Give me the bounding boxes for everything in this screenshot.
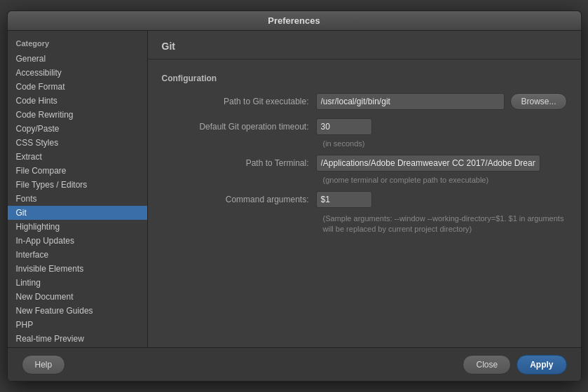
- sidebar-item-invisible-elements[interactable]: Invisible Elements: [8, 262, 147, 276]
- title-bar: Preferences: [8, 11, 581, 31]
- sidebar-items: GeneralAccessibilityCode FormatCode Hint…: [8, 52, 147, 347]
- dialog-body: Category GeneralAccessibilityCode Format…: [8, 31, 581, 347]
- sidebar-item-git[interactable]: Git: [8, 206, 147, 220]
- close-button[interactable]: Close: [463, 355, 511, 374]
- section-label: Configuration: [162, 74, 567, 83]
- main-content: Git Configuration Path to Git executable…: [148, 31, 581, 347]
- terminal-hint: (gnome terminal or complete path to exec…: [323, 176, 567, 184]
- sidebar-item-code-format[interactable]: Code Format: [8, 80, 147, 94]
- sidebar-item-php[interactable]: PHP: [8, 318, 147, 332]
- footer-right: Close Apply: [463, 355, 566, 374]
- sidebar-item-file-types-editors[interactable]: File Types / Editors: [8, 178, 147, 192]
- sidebar: Category GeneralAccessibilityCode Format…: [8, 31, 148, 347]
- sidebar-item-fonts[interactable]: Fonts: [8, 192, 147, 206]
- args-hint: (Sample arguments: --window --working-di…: [323, 214, 567, 235]
- sidebar-item-css-styles[interactable]: CSS Styles: [8, 136, 147, 150]
- sidebar-item-accessibility[interactable]: Accessibility: [8, 66, 147, 80]
- git-executable-row: Path to Git executable: Browse...: [162, 93, 567, 110]
- sidebar-item-in-app-updates[interactable]: In-App Updates: [8, 234, 147, 248]
- footer-left: Help: [22, 355, 66, 374]
- sidebar-item-real-time-preview[interactable]: Real-time Preview: [8, 332, 147, 346]
- args-input[interactable]: [316, 191, 372, 208]
- content-area: Configuration Path to Git executable: Br…: [148, 59, 581, 347]
- git-executable-input[interactable]: [316, 93, 505, 110]
- help-button[interactable]: Help: [22, 355, 66, 374]
- sidebar-header: Category: [8, 36, 147, 52]
- dialog-footer: Help Close Apply: [8, 347, 581, 381]
- sidebar-item-new-document[interactable]: New Document: [8, 290, 147, 304]
- args-row: Command arguments:: [162, 191, 567, 208]
- sidebar-item-code-rewriting[interactable]: Code Rewriting: [8, 108, 147, 122]
- terminal-input[interactable]: [316, 155, 540, 172]
- terminal-row: Path to Terminal:: [162, 155, 567, 172]
- sidebar-item-copy-paste[interactable]: Copy/Paste: [8, 122, 147, 136]
- timeout-row: Default Git operation timeout:: [162, 118, 567, 135]
- git-executable-label: Path to Git executable:: [162, 97, 316, 106]
- timeout-label: Default Git operation timeout:: [162, 122, 316, 132]
- main-header: Git: [148, 31, 581, 59]
- sidebar-item-new-feature-guides[interactable]: New Feature Guides: [8, 304, 147, 318]
- terminal-label: Path to Terminal:: [162, 158, 316, 168]
- sidebar-item-general[interactable]: General: [8, 52, 147, 66]
- dialog-title: Preferences: [268, 15, 320, 26]
- args-label: Command arguments:: [162, 195, 316, 204]
- apply-button[interactable]: Apply: [517, 355, 566, 374]
- sidebar-item-highlighting[interactable]: Highlighting: [8, 220, 147, 234]
- timeout-input[interactable]: [316, 118, 372, 135]
- preferences-dialog: Preferences Category GeneralAccessibilit…: [7, 10, 582, 382]
- browse-button[interactable]: Browse...: [510, 93, 566, 110]
- timeout-hint: (in seconds): [323, 139, 567, 148]
- sidebar-item-linting[interactable]: Linting: [8, 276, 147, 290]
- sidebar-item-file-compare[interactable]: File Compare: [8, 164, 147, 178]
- sidebar-item-code-hints[interactable]: Code Hints: [8, 94, 147, 108]
- sidebar-item-extract[interactable]: Extract: [8, 150, 147, 164]
- sidebar-item-interface[interactable]: Interface: [8, 248, 147, 262]
